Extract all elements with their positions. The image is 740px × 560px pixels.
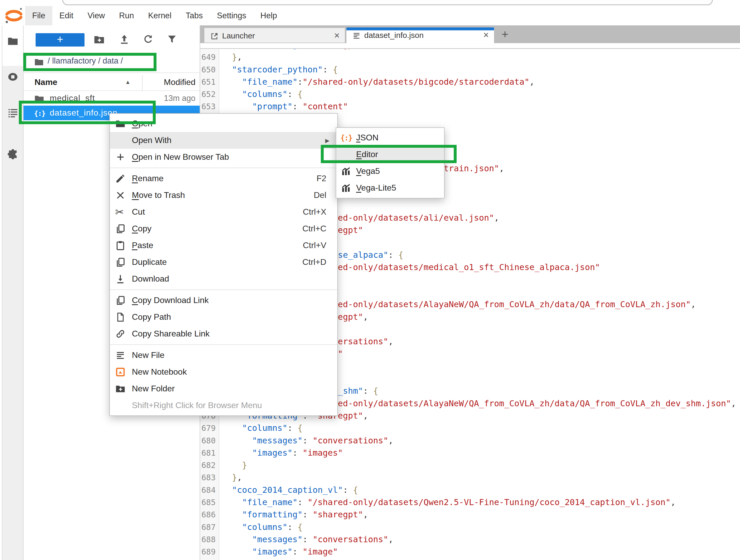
tab-launcher-label: Launcher xyxy=(222,31,255,40)
table-of-contents-icon[interactable] xyxy=(7,107,19,119)
menu-item-label: New File xyxy=(132,350,164,360)
menu-item-label: New Notebook xyxy=(132,367,187,377)
submenu-item-label: Vega-Lite5 xyxy=(356,183,396,193)
chart-icon xyxy=(341,183,351,193)
file-modified: 13m ago xyxy=(164,94,195,103)
menu-item-label: Copy Path xyxy=(132,312,171,322)
menu-item-copy-download-link[interactable]: Copy Download Link xyxy=(110,292,337,309)
tab-bar: Launcher × dataset_info.json × + xyxy=(200,25,740,43)
new-folder-icon[interactable] xyxy=(93,34,105,45)
menu-item-paste[interactable]: PasteCtrl+V xyxy=(110,237,337,254)
upload-icon[interactable] xyxy=(118,34,130,45)
refresh-icon[interactable] xyxy=(143,34,154,45)
running-kernels-icon[interactable] xyxy=(7,71,19,83)
tab-launcher[interactable]: Launcher × xyxy=(204,27,345,43)
menu-kernel[interactable]: Kernel xyxy=(141,6,179,25)
menu-item-shift-right-click-for-browser-menu: Shift+Right Click for Browser Menu xyxy=(110,397,337,414)
menu-item-download[interactable]: Download xyxy=(110,270,337,287)
menu-view[interactable]: View xyxy=(80,6,112,25)
submenu-item-vega5[interactable]: Vega5 xyxy=(336,163,444,180)
menu-help[interactable]: Help xyxy=(253,6,284,25)
menu-item-label: Open With xyxy=(132,135,171,145)
menu-item-label: Paste xyxy=(132,240,153,250)
notebook-icon xyxy=(115,367,125,377)
pencil-icon xyxy=(115,173,125,184)
menu-item-shortcut: Ctrl+V xyxy=(303,240,326,250)
annotation-box-dataset-row xyxy=(19,101,156,124)
column-header-modified[interactable]: Modified xyxy=(164,77,195,87)
sort-ascending-icon: ▲ xyxy=(125,79,130,85)
copy-icon xyxy=(115,224,125,234)
file-list-header: Name ▲ Modified xyxy=(23,73,200,91)
link-icon xyxy=(115,329,125,339)
menu-tabs[interactable]: Tabs xyxy=(179,6,210,25)
menu-edit[interactable]: Edit xyxy=(52,6,80,25)
scissors-icon: ✂ xyxy=(115,207,125,217)
tab-dataset-info-json[interactable]: dataset_info.json × xyxy=(347,27,494,43)
submenu-arrow-icon: ▶ xyxy=(325,137,330,144)
submenu-item-vega-lite5[interactable]: Vega-Lite5 xyxy=(336,180,444,196)
new-launcher-button[interactable]: + xyxy=(35,33,85,46)
menu-run[interactable]: Run xyxy=(112,6,141,25)
browser-omnibox-edge xyxy=(62,0,713,5)
menu-item-copy-path[interactable]: Copy Path xyxy=(110,309,337,326)
menu-item-shortcut: Ctrl+X xyxy=(303,207,326,217)
menu-file[interactable]: File xyxy=(25,6,52,25)
tab-dataset-close-icon[interactable]: × xyxy=(483,29,489,40)
menu-item-open-with[interactable]: Open With▶ xyxy=(110,132,337,149)
menu-item-shortcut: Ctrl+C xyxy=(302,224,326,233)
menu-item-new-file[interactable]: New File xyxy=(110,347,337,364)
menu-item-new-folder[interactable]: New Folder xyxy=(110,380,337,397)
submenu-item-label: JSON xyxy=(356,133,378,142)
menu-item-label: Shift+Right Click for Browser Menu xyxy=(132,401,262,410)
new-tab-icon[interactable]: + xyxy=(501,28,508,40)
menu-item-cut[interactable]: ✂CutCtrl+X xyxy=(110,204,337,220)
menu-item-shortcut: Ctrl+D xyxy=(302,257,326,267)
menu-item-open-in-new-browser-tab[interactable]: Open in New Browser Tab xyxy=(110,149,337,165)
extensions-icon[interactable] xyxy=(7,148,19,160)
annotation-box-editor-item xyxy=(321,145,457,163)
menu-separator xyxy=(110,344,337,345)
json-icon: {:} xyxy=(341,132,351,143)
menu-item-move-to-trash[interactable]: Move to TrashDel xyxy=(110,187,337,204)
column-divider xyxy=(142,75,143,90)
menu-item-label: Cut xyxy=(132,207,145,217)
browser-chrome-strip xyxy=(0,0,740,6)
launcher-icon xyxy=(210,32,219,40)
menu-item-label: Move to Trash xyxy=(132,190,185,200)
text-file-icon xyxy=(352,31,361,40)
filter-icon[interactable] xyxy=(166,34,178,45)
doc-icon xyxy=(115,312,125,322)
submenu-item-label: Vega5 xyxy=(356,166,380,176)
menu-separator xyxy=(110,167,337,168)
menu-item-label: Duplicate xyxy=(132,257,167,267)
menu-item-label: Copy Shareable Link xyxy=(132,329,210,339)
menu-item-label: Copy Download Link xyxy=(132,296,209,305)
duplicate-icon xyxy=(115,257,125,267)
menu-item-label: Rename xyxy=(132,174,164,183)
tab-bar-divider xyxy=(200,48,740,49)
menu-item-duplicate[interactable]: DuplicateCtrl+D xyxy=(110,254,337,270)
menu-item-label: Copy xyxy=(132,224,152,233)
jupyter-logo-icon xyxy=(5,7,23,24)
menu-item-rename[interactable]: RenameF2 xyxy=(110,170,337,187)
menu-item-label: Open in New Browser Tab xyxy=(132,152,229,162)
column-header-name[interactable]: Name xyxy=(34,77,57,87)
menu-settings[interactable]: Settings xyxy=(210,6,253,25)
menu-item-new-notebook[interactable]: New Notebook xyxy=(110,364,337,380)
menu-item-copy[interactable]: CopyCtrl+C xyxy=(110,220,337,237)
tab-dataset-label: dataset_info.json xyxy=(364,31,424,40)
annotation-box-breadcrumb xyxy=(23,53,157,71)
context-menu: OpenOpen With▶Open in New Browser TabRen… xyxy=(109,113,338,416)
tab-launcher-close-icon[interactable]: × xyxy=(334,30,340,41)
file-browser-icon[interactable] xyxy=(7,35,19,47)
menu-item-copy-shareable-link[interactable]: Copy Shareable Link xyxy=(110,326,337,342)
doc-lines-icon xyxy=(115,350,125,360)
plus-icon xyxy=(115,152,125,162)
menu-item-label: Download xyxy=(132,274,169,284)
menu-separator xyxy=(110,290,337,290)
clipboard-icon xyxy=(115,240,125,251)
chart-icon xyxy=(341,166,351,177)
submenu-item-json[interactable]: {:}JSON xyxy=(336,129,444,146)
menu-items: FileEditViewRunKernelTabsSettingsHelp xyxy=(25,6,284,25)
